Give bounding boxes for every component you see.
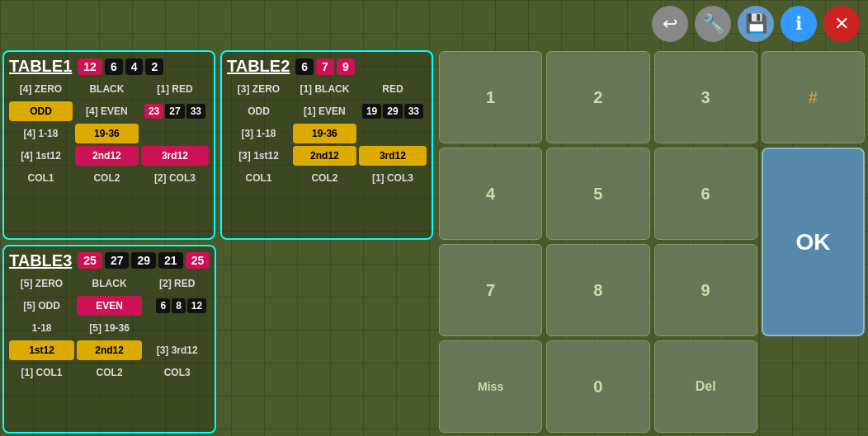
table-cell: [5] ODD [9, 296, 74, 316]
numpad-7[interactable]: 7 [439, 244, 542, 336]
numpad-9[interactable]: 9 [654, 244, 757, 336]
table-cell: EVEN [77, 296, 142, 316]
table-cell: 1st12 [9, 340, 74, 360]
table-cell: [2] COL3 [141, 168, 209, 188]
numpad-4[interactable]: 4 [439, 148, 542, 240]
table-cell: ODD [9, 101, 73, 121]
table-cell: [1] BLACK [293, 79, 356, 99]
table-cell: [3] 1st12 [227, 146, 290, 166]
table3-panel: TABLE3 25 27 29 21 25 [5] ZERO BLACK [2]… [2, 245, 216, 434]
table-cell: BLACK [77, 274, 142, 293]
table-cell: [3] ZERO [227, 79, 290, 99]
table-cell [359, 124, 427, 143]
table-top-row: TABLE1 12 6 4 2 [4] ZERO BLACK [1] RED O… [0, 48, 436, 242]
table-cell [141, 124, 209, 143]
table3-badge-1: 25 [78, 252, 102, 269]
table-cell [144, 318, 210, 338]
table-cell: [1] COL1 [9, 363, 74, 382]
table2-title: TABLE2 [227, 57, 290, 76]
table1-title: TABLE1 [9, 57, 72, 76]
table2-badge-2: 7 [316, 59, 334, 75]
table-cell: 19-36 [293, 124, 356, 143]
table3-header: TABLE3 25 27 29 21 25 [9, 251, 210, 270]
table3-badge-3: 29 [131, 252, 156, 269]
toolbar: ↩ 🔧 💾 ℹ ✕ [652, 0, 868, 48]
table-cell: [1] RED [141, 79, 209, 99]
numpad-grid: 1 2 3 # 4 5 6 OK 7 8 9 Miss 0 Del [439, 51, 865, 433]
table-cell: [4] 1-18 [9, 124, 73, 143]
table3-grid: [5] ZERO BLACK [2] RED [5] ODD EVEN 6 8 … [9, 274, 210, 382]
table-cell: 19 29 33 [359, 101, 427, 121]
table2-badge-1: 6 [295, 59, 314, 75]
numpad-6[interactable]: 6 [654, 148, 757, 240]
table-cell: COL2 [293, 168, 356, 188]
table2-header: TABLE2 6 7 9 [227, 57, 427, 76]
table-cell: 2nd12 [75, 146, 139, 166]
table-cell: 2nd12 [293, 146, 356, 166]
table-cell: COL3 [144, 363, 210, 382]
table-cell: COL2 [75, 168, 139, 188]
table-cell: 23 27 33 [141, 101, 209, 121]
table-cell: 1-18 [9, 318, 74, 338]
table-cell: [4] ZERO [9, 79, 73, 99]
table1-badge-4: 2 [145, 59, 163, 75]
numpad-5[interactable]: 5 [546, 148, 649, 240]
table-cell: 2nd12 [77, 340, 142, 360]
table-cell: [5] ZERO [9, 274, 74, 293]
table1-panel: TABLE1 12 6 4 2 [4] ZERO BLACK [1] RED O… [2, 50, 215, 240]
numpad-8[interactable]: 8 [546, 244, 649, 336]
numpad-hash[interactable]: # [762, 51, 865, 143]
table-cell: RED [359, 79, 427, 99]
numpad-area: 1 2 3 # 4 5 6 OK 7 8 9 Miss 0 Del [436, 48, 868, 436]
table3-badge-5: 25 [186, 252, 210, 269]
table-cell: 3rd12 [141, 146, 209, 166]
table3-badge-4: 21 [158, 252, 183, 269]
table2-grid: [3] ZERO [1] BLACK RED ODD [1] EVEN 19 2… [227, 79, 427, 188]
table-cell: 6 8 12 [144, 296, 210, 316]
back-button[interactable]: ↩ [652, 6, 688, 42]
table-cell: [5] 19-36 [77, 318, 142, 338]
table-cell: COL1 [227, 168, 290, 188]
table4-placeholder [221, 245, 433, 434]
table3-title: TABLE3 [9, 251, 72, 270]
numpad-1[interactable]: 1 [439, 51, 542, 143]
table-cell: COL2 [77, 363, 142, 382]
table-cell: BLACK [75, 79, 139, 99]
table1-badge-3: 4 [125, 59, 144, 75]
table-cell: COL1 [9, 168, 73, 188]
table2-panel: TABLE2 6 7 9 [3] ZERO [1] BLACK RED ODD … [220, 50, 433, 240]
info-button[interactable]: ℹ [781, 6, 817, 42]
ok-button[interactable]: OK [762, 148, 865, 336]
numpad-0[interactable]: 0 [546, 340, 649, 433]
close-button[interactable]: ✕ [823, 6, 860, 42]
table-cell: [2] RED [144, 274, 210, 293]
numpad-del[interactable]: Del [654, 340, 757, 433]
table-cell: 19-36 [75, 124, 139, 143]
table3-badge-2: 27 [105, 252, 130, 269]
table-cell: [3] 1-18 [227, 124, 290, 143]
table-bottom-row: TABLE3 25 27 29 21 25 [5] ZERO BLACK [2]… [0, 242, 436, 437]
settings-button[interactable]: 🔧 [695, 6, 731, 42]
numpad-3[interactable]: 3 [654, 51, 757, 143]
table-cell: 3rd12 [359, 146, 427, 166]
table2-badge-3: 9 [337, 59, 355, 75]
table-cell: [3] 3rd12 [144, 340, 210, 360]
numpad-miss[interactable]: Miss [439, 340, 542, 433]
save-button[interactable]: 💾 [738, 6, 774, 42]
table-cell: [1] COL3 [359, 168, 427, 188]
table1-grid: [4] ZERO BLACK [1] RED ODD [4] EVEN 23 2… [9, 79, 209, 188]
table1-header: TABLE1 12 6 4 2 [9, 57, 209, 76]
tables-area: TABLE1 12 6 4 2 [4] ZERO BLACK [1] RED O… [0, 48, 436, 436]
table-cell: ODD [227, 101, 290, 121]
table-cell: [4] 1st12 [9, 146, 73, 166]
numpad-2[interactable]: 2 [546, 51, 649, 143]
main-area: TABLE1 12 6 4 2 [4] ZERO BLACK [1] RED O… [0, 48, 868, 436]
table-cell: [1] EVEN [293, 101, 356, 121]
table1-badge-2: 6 [105, 59, 123, 75]
table1-badge-1: 12 [78, 59, 102, 75]
table-cell: [4] EVEN [75, 101, 139, 121]
